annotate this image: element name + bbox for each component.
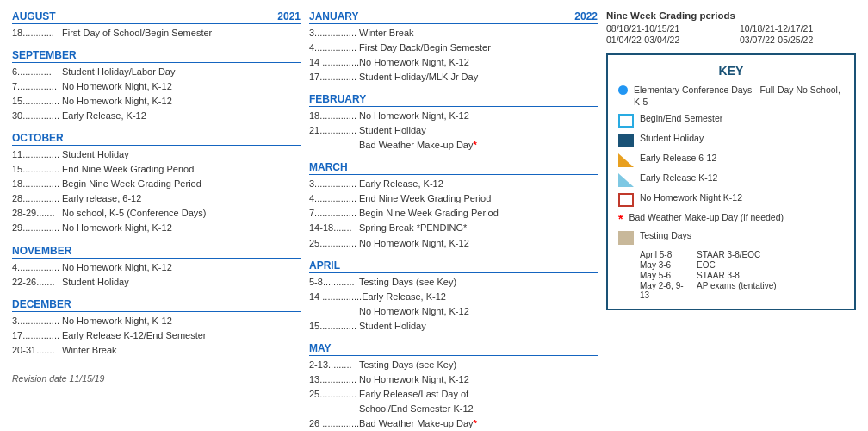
event-row: School/End Semester K-12 [309,402,598,416]
event-date: 20-31....... [12,343,62,358]
event-desc: Early Release, K-12 [62,109,301,123]
event-date: 7............... [12,79,62,94]
event-date [309,304,359,319]
event-date: 25.............. [309,387,359,402]
square-tan-icon [618,231,634,245]
key-icon-wrapper [618,85,628,95]
event-desc: No Homework Night, K-12 [62,94,301,109]
testing-row-right: AP exams (tentative) [697,281,844,300]
event-date [309,402,359,416]
event-row: 2-13.........Testing Days (see Key) [309,358,598,372]
key-item: No Homework Night K-12 [618,192,844,207]
nine-week-title: Nine Week Grading periods [606,10,856,21]
event-date: 5-8............ [309,275,359,290]
event-date [309,138,359,153]
event-row: 29..............No Homework Night, K-12 [12,221,301,235]
event-desc: Student Holiday/MLK Jr Day [359,70,598,84]
testing-row-right: STAAR 3-8/EOC [697,250,844,259]
event-desc: Early Release, K-12 [362,290,598,304]
event-desc: Early Release, K-12 [359,177,598,191]
circle-blue-icon [618,85,628,95]
event-date: 13.............. [309,372,359,387]
red-star: * [473,140,476,150]
event-date: 4................ [12,260,62,275]
event-date: 28-29....... [12,206,62,221]
event-row: 6.............Student Holiday/Labor Day [12,65,301,79]
testing-grid: April 5-8STAAR 3-8/EOCMay 3-6EOCMay 5-6S… [640,250,844,300]
testing-row-left: April 5-8 [640,250,691,259]
event-desc: Bad Weather Make-up Day* [359,416,598,431]
key-icon-wrapper [618,231,634,245]
event-row: 3................Winter Break [309,26,598,41]
event-row: 14 ...............Early Release, K-12 [309,290,598,304]
event-row: 4................End Nine Week Grading P… [309,191,598,206]
month-title-december: DECEMBER [12,298,301,312]
event-desc: School/End Semester K-12 [359,402,598,416]
key-item: Testing Days [618,230,844,245]
key-item-text: Elementary Conference Days - Full-Day No… [634,84,844,108]
event-row: 18............First Day of School/Begin … [12,26,301,41]
key-icon-wrapper [618,193,634,207]
square-filled-dark-icon [618,134,634,147]
event-date: 18.............. [12,177,62,191]
key-item: Early Release 6-12 [618,153,844,167]
testing-row-right: STAAR 3-8 [697,271,844,280]
event-date: 14 .............. [309,55,359,70]
key-item-text: Early Release 6-12 [640,153,716,165]
event-date: 3................ [309,26,359,41]
event-date: 30.............. [12,109,62,123]
event-row: 15..............No Homework Night, K-12 [12,94,301,109]
event-row: 28..............Early release, 6-12 [12,191,301,206]
event-date: 18.............. [309,109,359,123]
month-title-october: OCTOBER [12,132,301,146]
svg-marker-1 [618,173,634,187]
event-desc: Testing Days (see Key) [359,358,598,372]
event-row: 26 ..............Bad Weather Make-up Day… [309,416,598,431]
nine-week-period-left: 08/18/21-10/15/21 [606,23,722,34]
event-desc: No Homework Night, K-12 [359,236,598,251]
event-row: 5-8............Testing Days (see Key) [309,275,598,290]
event-row: 17..............Student Holiday/MLK Jr D… [309,70,598,84]
middle-column: JANUARY20223................Winter Break… [309,10,598,431]
event-date: 4................ [309,191,359,206]
nine-week-period-right: 10/18/21-12/17/21 [740,23,856,34]
key-item-text: Early Release K-12 [640,172,717,184]
event-desc: End Nine Week Grading Period [359,191,598,206]
key-icon-wrapper [618,134,634,147]
event-desc: Begin Nine Week Grading Period [62,177,301,191]
key-item: Student Holiday [618,133,844,147]
event-row: 4................First Day Back/Begin Se… [309,41,598,55]
event-date: 22-26....... [12,275,62,290]
event-row: 15..............End Nine Week Grading Pe… [12,162,301,177]
event-date: 14 ............... [309,290,362,304]
key-box: KEY Elementary Conference Days - Full-Da… [606,53,856,310]
month-title-august: AUGUST2021 [12,10,301,24]
key-item-text: Student Holiday [640,133,704,145]
event-desc: Student Holiday [359,123,598,138]
key-title: KEY [618,64,844,78]
key-icon-wrapper [618,173,634,187]
event-row: 25..............Early Release/Last Day o… [309,387,598,402]
event-desc: Early Release K-12/End Semester [62,328,301,343]
key-item-text: Testing Days [640,230,691,242]
key-item: Begin/End Semester [618,113,844,128]
event-desc: Early Release/Last Day of [359,387,598,402]
event-desc: Student Holiday/Labor Day [62,65,301,79]
svg-marker-0 [618,153,634,167]
event-desc: No Homework Night, K-12 [359,55,598,70]
event-row: 17..............Early Release K-12/End S… [12,328,301,343]
square-outline-blue-icon [618,114,634,128]
key-item-text: Bad Weather Make-up Day (if needed) [629,212,784,224]
event-row: 30..............Early Release, K-12 [12,109,301,123]
month-title-january: JANUARY2022 [309,10,598,24]
event-row: No Homework Night, K-12 [309,304,598,319]
event-row: Bad Weather Make-up Day* [309,138,598,153]
event-desc: Winter Break [359,26,598,41]
testing-row-left: May 3-6 [640,260,691,270]
event-date: 6............. [12,65,62,79]
event-desc: No Homework Night, K-12 [62,221,301,235]
event-desc: Begin Nine Week Grading Period [359,206,598,221]
event-desc: No Homework Night, K-12 [62,314,301,328]
month-title-february: FEBRUARY [309,93,598,107]
key-icon-wrapper [618,153,634,167]
